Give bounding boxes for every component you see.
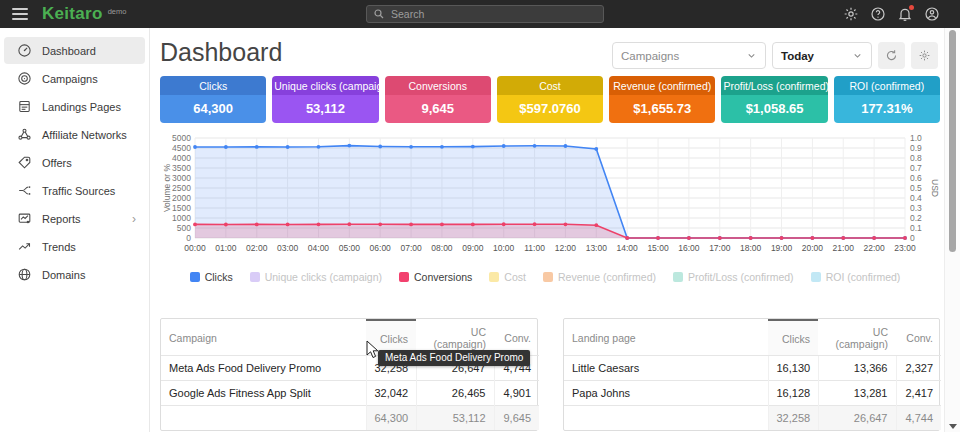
svg-text:07:00: 07:00 bbox=[400, 243, 422, 253]
svg-text:02:00: 02:00 bbox=[246, 243, 268, 253]
col-header-landing-page[interactable]: Landing page bbox=[564, 320, 768, 356]
dashboard-gauge-icon bbox=[17, 43, 32, 58]
brand-demo-label: demo bbox=[108, 7, 127, 16]
svg-text:0: 0 bbox=[186, 233, 191, 243]
refresh-icon bbox=[885, 49, 898, 62]
sidebar-item-label: Reports bbox=[42, 213, 81, 225]
stat-value: $1,655.73 bbox=[609, 95, 715, 123]
sidebar-item-label: Campaigns bbox=[42, 73, 98, 85]
notification-badge bbox=[909, 5, 914, 10]
scrollbar-thumb[interactable] bbox=[949, 30, 956, 252]
table-totals-row: 32,258 26,647 4,744 bbox=[564, 406, 941, 431]
svg-text:0.3: 0.3 bbox=[910, 203, 922, 213]
scroll-down-arrow-icon[interactable] bbox=[949, 424, 957, 429]
svg-text:0: 0 bbox=[910, 233, 915, 243]
sidebar-item-dashboard[interactable]: Dashboard bbox=[4, 37, 145, 64]
svg-text:08:00: 08:00 bbox=[431, 243, 453, 253]
sidebar-item-reports[interactable]: Reports › bbox=[4, 205, 145, 232]
stat-value: $1,058.65 bbox=[721, 95, 827, 123]
svg-text:1000: 1000 bbox=[172, 213, 191, 223]
hamburger-menu-icon[interactable] bbox=[12, 8, 28, 20]
landing-pages-table: Landing page Clicks UC (campaign) Conv. … bbox=[563, 318, 940, 431]
stat-card-revenue[interactable]: Revenue (confirmed) $1,655.73 bbox=[609, 76, 715, 123]
brand-logo[interactable]: Keitaro bbox=[42, 4, 103, 24]
search-input[interactable]: Search bbox=[366, 5, 604, 23]
legend-swatch bbox=[190, 272, 200, 282]
svg-text:10:00: 10:00 bbox=[493, 243, 515, 253]
stat-card-profit-loss[interactable]: Profit/Loss (confirmed) $1,058.65 bbox=[721, 76, 827, 123]
col-header-campaign[interactable]: Campaign bbox=[161, 320, 366, 356]
notifications-bell-icon[interactable] bbox=[897, 6, 913, 22]
campaigns-target-icon bbox=[17, 71, 32, 86]
sidebar-item-domains[interactable]: Domains bbox=[4, 261, 145, 288]
legend-item-unique-clicks[interactable]: Unique clicks (campaign) bbox=[250, 271, 382, 283]
campaigns-filter-select[interactable]: Campaigns bbox=[612, 42, 766, 69]
stat-card-unique-clicks[interactable]: Unique clicks (campaign) 53,112 bbox=[272, 76, 378, 123]
legend-item-revenue[interactable]: Revenue (confirmed) bbox=[543, 271, 656, 283]
stat-value: 53,112 bbox=[272, 95, 378, 123]
svg-text:14:00: 14:00 bbox=[617, 243, 639, 253]
svg-text:5000: 5000 bbox=[172, 133, 191, 143]
search-placeholder: Search bbox=[391, 8, 424, 20]
svg-text:21:00: 21:00 bbox=[833, 243, 855, 253]
settings-gear-icon[interactable] bbox=[843, 6, 859, 22]
svg-text:0.6: 0.6 bbox=[910, 173, 922, 183]
sidebar-item-landings-pages[interactable]: Landings Pages bbox=[4, 93, 145, 120]
chevron-right-icon: › bbox=[132, 212, 136, 226]
main-content: Dashboard Campaigns Today Clicks 64,300 … bbox=[150, 28, 944, 432]
sidebar-item-trends[interactable]: Trends bbox=[4, 233, 145, 260]
legend-item-conversions[interactable]: Conversions bbox=[399, 271, 472, 283]
stat-card-roi[interactable]: ROI (confirmed) 177.31% bbox=[834, 76, 940, 123]
sidebar-item-label: Affiliate Networks bbox=[42, 129, 127, 141]
legend-item-profit-loss[interactable]: Profit/Loss (confirmed) bbox=[673, 271, 794, 283]
col-header-uc-campaign[interactable]: UC (campaign) bbox=[818, 320, 896, 356]
sidebar-item-label: Dashboard bbox=[42, 45, 96, 57]
svg-text:Volume or %: Volume or % bbox=[162, 163, 172, 212]
svg-text:0.9: 0.9 bbox=[910, 143, 922, 153]
legend-item-clicks[interactable]: Clicks bbox=[190, 271, 233, 283]
legend-swatch bbox=[399, 272, 409, 282]
stat-card-clicks[interactable]: Clicks 64,300 bbox=[160, 76, 266, 123]
stat-value: 9,645 bbox=[385, 95, 491, 123]
svg-text:11:00: 11:00 bbox=[524, 243, 545, 253]
stat-value: 177.31% bbox=[834, 95, 940, 123]
table-row[interactable]: Little Caesars 16,130 13,366 2,327 bbox=[564, 356, 941, 381]
svg-text:0.2: 0.2 bbox=[910, 213, 922, 223]
svg-text:15:00: 15:00 bbox=[647, 243, 669, 253]
affiliate-network-icon bbox=[17, 127, 32, 142]
date-range-select[interactable]: Today bbox=[772, 42, 872, 69]
legend-item-roi[interactable]: ROI (confirmed) bbox=[811, 271, 901, 283]
legend-swatch bbox=[673, 272, 683, 282]
sidebar-item-label: Domains bbox=[42, 269, 85, 281]
table-row[interactable]: Google Ads Fitness App Split 32,042 26,4… bbox=[161, 381, 539, 406]
legend-item-cost[interactable]: Cost bbox=[489, 271, 526, 283]
chart-canvas: 0500100015002000250030003500400045005000… bbox=[160, 132, 940, 260]
traffic-chart[interactable]: 0500100015002000250030003500400045005000… bbox=[160, 132, 940, 260]
sidebar-item-campaigns[interactable]: Campaigns bbox=[4, 65, 145, 92]
vertical-scrollbar[interactable] bbox=[944, 28, 960, 432]
dashboard-settings-button[interactable] bbox=[911, 42, 938, 69]
svg-text:17:00: 17:00 bbox=[709, 243, 731, 253]
help-icon[interactable] bbox=[870, 6, 886, 22]
svg-text:09:00: 09:00 bbox=[462, 243, 484, 253]
chart-legend: Clicks Unique clicks (campaign) Conversi… bbox=[150, 271, 940, 283]
user-account-icon[interactable] bbox=[924, 6, 940, 22]
svg-text:1500: 1500 bbox=[172, 203, 191, 213]
reports-chart-icon bbox=[17, 211, 32, 226]
stat-card-conversions[interactable]: Conversions 9,645 bbox=[385, 76, 491, 123]
table-totals-row: 64,300 53,112 9,645 bbox=[161, 406, 539, 431]
col-header-clicks[interactable]: Clicks bbox=[768, 320, 818, 356]
sidebar-item-traffic-sources[interactable]: Traffic Sources bbox=[4, 177, 145, 204]
refresh-button[interactable] bbox=[878, 42, 905, 69]
sidebar-item-affiliate-networks[interactable]: Affiliate Networks bbox=[4, 121, 145, 148]
svg-text:3500: 3500 bbox=[172, 163, 191, 173]
table-row[interactable]: Papa Johns 16,128 13,281 2,417 bbox=[564, 381, 941, 406]
stat-card-cost[interactable]: Cost $597.0760 bbox=[497, 76, 603, 123]
sidebar-item-label: Offers bbox=[42, 157, 72, 169]
sidebar-item-offers[interactable]: Offers bbox=[4, 149, 145, 176]
col-header-conv[interactable]: Conv. bbox=[896, 320, 941, 356]
svg-text:1.0: 1.0 bbox=[910, 133, 922, 143]
svg-text:16:00: 16:00 bbox=[678, 243, 700, 253]
hover-tooltip: Meta Ads Food Delivery Promo bbox=[378, 350, 530, 366]
page-title: Dashboard bbox=[160, 38, 282, 67]
